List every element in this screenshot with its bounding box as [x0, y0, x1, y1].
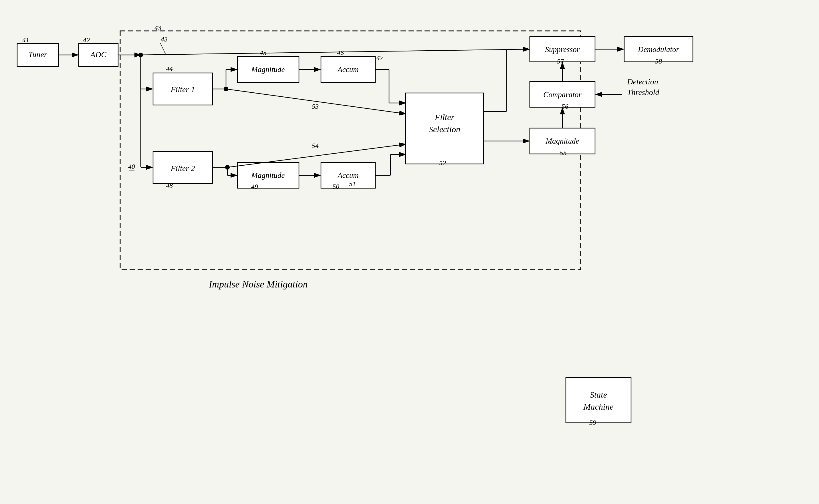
svg-text:Selection: Selection: [429, 124, 460, 134]
svg-rect-56: [566, 378, 631, 423]
svg-text:49: 49: [251, 183, 258, 190]
svg-text:43: 43: [161, 35, 168, 43]
svg-text:44: 44: [166, 65, 173, 72]
svg-text:ADC: ADC: [90, 50, 106, 59]
svg-text:40: 40: [128, 163, 135, 170]
svg-text:45: 45: [260, 49, 267, 56]
impulse-noise-label: Impulse Noise Mitigation: [209, 279, 308, 289]
block-diagram-svg: Impulse Noise Mitigation Tuner 41 ADC 42…: [0, 0, 819, 504]
svg-text:Machine: Machine: [583, 402, 614, 411]
svg-text:48: 48: [166, 182, 173, 189]
svg-text:42: 42: [83, 36, 90, 44]
svg-text:Demodulator: Demodulator: [638, 45, 679, 54]
svg-text:47: 47: [376, 54, 384, 61]
svg-text:46: 46: [337, 49, 344, 56]
svg-text:Filter: Filter: [435, 112, 455, 122]
svg-text:Filter 1: Filter 1: [170, 85, 195, 94]
svg-text:58: 58: [655, 57, 662, 65]
svg-text:Tuner: Tuner: [28, 50, 47, 59]
svg-text:41: 41: [22, 36, 29, 44]
svg-text:52: 52: [439, 159, 446, 167]
svg-text:Magnitude: Magnitude: [546, 137, 579, 145]
svg-text:59: 59: [589, 419, 596, 426]
svg-text:Suppressor: Suppressor: [545, 45, 580, 54]
svg-text:50: 50: [332, 183, 339, 190]
svg-rect-2: [0, 0, 819, 504]
svg-text:Detection: Detection: [627, 77, 658, 86]
svg-text:Magnitude: Magnitude: [251, 171, 285, 180]
svg-text:53: 53: [312, 103, 319, 110]
svg-text:State: State: [590, 390, 607, 399]
svg-text:43: 43: [154, 24, 161, 31]
svg-text:54: 54: [312, 142, 319, 149]
svg-text:55: 55: [560, 149, 567, 156]
svg-text:Accum: Accum: [337, 65, 358, 74]
svg-text:Filter 2: Filter 2: [170, 164, 195, 173]
svg-text:Threshold: Threshold: [627, 88, 660, 97]
svg-text:51: 51: [349, 180, 356, 187]
svg-text:Magnitude: Magnitude: [251, 65, 285, 74]
diagram-container: Impulse Noise Mitigation Tuner 41 ADC 42…: [0, 0, 819, 504]
svg-text:Comparator: Comparator: [543, 90, 582, 99]
svg-text:Accum: Accum: [337, 171, 358, 180]
svg-text:57: 57: [557, 57, 564, 65]
